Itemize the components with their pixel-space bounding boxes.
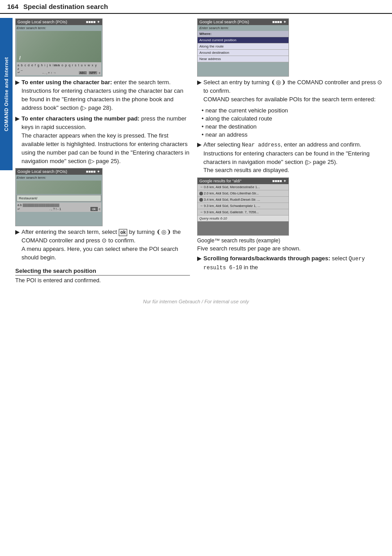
search-input-bottom-left: Restaurant/ [17,195,101,202]
left-column: Google Local search (POIs) ■■■■ ✦ Enter … [15,18,190,286]
photo-ref-top-left: P82.87-6305-31 [16,76,102,77]
top-section: Google Local search (POIs) ■■■■ ✦ Enter … [15,18,384,286]
page-number: 164 [7,3,23,10]
dropdown-item-3: Near address [198,56,289,62]
bullet-after-search: ▶ After entering the search term, select… [15,228,190,262]
result-icon-2 [199,198,203,202]
result-4: → 9.9 km, Aldi Süd, Galileistr. 7, 7056.… [198,209,289,216]
result-icon-1 [199,192,203,195]
sub-bullet-1: • along the calculated route [202,115,384,123]
dropdown-item-1: Along the route [198,43,289,50]
dropdown-item-0: Around current position [198,37,289,43]
result-2: 3.4 km, Aldi Süd, Rudolf-Diesel-Str. ... [198,197,289,203]
bullet-character-bar: ▶ To enter using the character bar: ente… [15,78,190,112]
page-title: Special destination search [23,3,108,10]
gps-keyboard-top-left: a b c d e f g h i j k lmn o p q r s t u … [17,62,101,75]
screenshot-top-right: Google Local search (POIs) ■■■■ ✦ Enter … [197,18,289,77]
bullet-text-after-search: After entering the search term, select o… [22,228,190,262]
arrow-icon-right-1: ▶ [197,79,202,86]
bullet-number-pad: ▶ To enter characters using the number p… [15,115,190,165]
sub-bullet-2: • near the destination [202,123,384,131]
ok-box: ok [119,229,128,237]
bullet-text-1: To enter using the character bar: enter … [22,78,190,112]
gps-keyboard-bottom-left: a b ▓▓▓▓▓▓▓▓▓▓▓▓▓▓▓▓ ↵ . , ? ! - 1 ok c [17,203,101,212]
photo-ref-bottom-right: P82.87-6308-31 [198,235,289,236]
photo-ref-bottom-left: P82.87-6306-31 [16,226,102,226]
arrow-icon-2: ▶ [15,115,20,122]
screenshot-top-left: Google Local search (POIs) ■■■■ ✦ Enter … [15,18,103,77]
arrow-icon-right-2: ▶ [197,141,202,148]
result-0: → 0.6 km, Aldi Süd, Mercedesstraße 1... [198,184,289,190]
dropdown-header: Where: [198,31,289,37]
main-content: Google Local search (POIs) ■■■■ ✦ Enter … [0,14,392,291]
section-heading: Selecting the search position [15,267,190,276]
right-bullet-1: ▶ Select an entry by turning ❨◎❩ the COM… [197,78,384,104]
cursor-top-left: / [19,55,21,60]
bullet-text-scrolling: Scrolling forwards/backwards through pag… [203,254,384,272]
photo-ref-top-right: P82.87-6307-31 [198,76,289,77]
result-3: → 9.3 km, Aldi Süd, Schwabenplatz 1, ... [198,203,289,209]
right-column: Google Local search (POIs) ■■■■ ✦ Enter … [197,18,384,286]
sub-bullet-0: • near the current vehicle position [202,107,384,115]
gps-map-bottom-left [17,181,101,194]
gps-signal-bottom-left: ■■■■ ✦ [86,169,100,174]
sidebar-label: COMAND Online and Internet [0,18,13,170]
gps-label-top-right: Enter search term: [198,25,289,31]
screenshot-bottom-left: Google Local search (POIs) ■■■■ ✦ Enter … [15,168,103,226]
page-header: 164 Special destination search [0,0,392,14]
gps-title-top-right: Google Local search (POIs) [199,20,249,24]
result-1: 2.0 km, Aldi Süd, Otto-Lilienthal-Str... [198,190,289,197]
sub-bullet-3: • near an address [202,131,384,139]
section-subheading: The POI is entered and confirmed. [15,277,190,284]
google-caption: Google™ search results (example) [197,237,384,244]
gps-signal-top-left: ■■■■ ✦ [86,20,100,24]
sub-bullet-list: • near the current vehicle position • al… [202,107,384,139]
results-footer: Query results 6-10 [198,216,289,221]
dropdown-item-2: Around destination [198,50,289,56]
gps-label-top-left: Enter search term: [17,26,101,30]
five-results-text: Five search results per page are shown. [197,245,384,252]
arrow-icon-scrolling: ▶ [197,255,202,262]
screenshot-bottom-right: Google results for "aldi" ■■■■ ✦ → 0.6 k… [197,177,289,236]
arrow-icon-3: ▶ [15,228,20,235]
gps-map-top-left: / [17,31,101,62]
gps-signal-bottom-right: ■■■■ ✦ [272,179,287,183]
scrolling-bullet: ▶ Scrolling forwards/backwards through p… [197,254,384,272]
gps-title-bottom-right: Google results for "aldi" [199,179,241,183]
gps-title-bottom-left: Google Local search (POIs) [17,169,67,174]
gps-label-bottom-left: Enter search term: [17,176,101,180]
watermark: Nur für internen Gebrauch / For internal… [0,291,392,308]
bullet-text-2: To enter characters using the number pad… [22,115,190,165]
bullet-text-right-2: After selecting Near address, enter an a… [203,141,384,175]
bullet-text-right-1: Select an entry by turning ❨◎❩ the COMAN… [203,78,384,104]
gps-signal-top-right: ■■■■ ✦ [272,20,287,24]
right-bullet-2: ▶ After selecting Near address, enter an… [197,141,384,175]
gps-title-top-left: Google Local search (POIs) [17,20,67,24]
arrow-icon-1: ▶ [15,79,20,86]
